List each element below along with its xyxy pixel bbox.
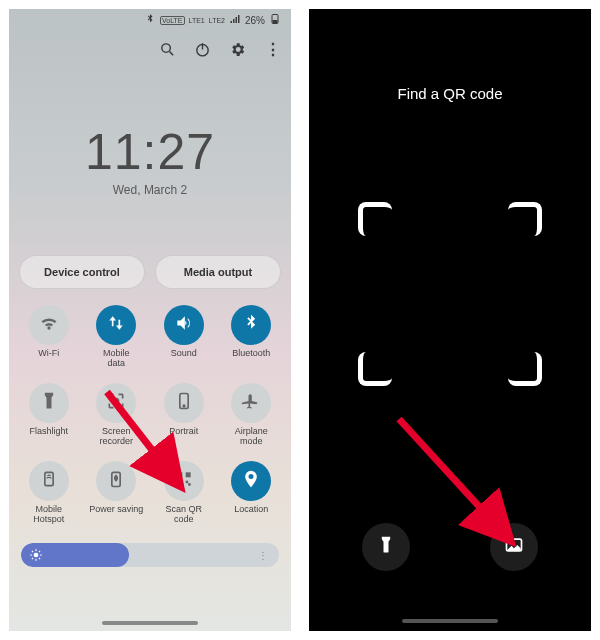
qr-corner-tr (508, 202, 542, 236)
portrait-icon (174, 391, 194, 415)
settings-gear-icon[interactable] (229, 41, 246, 58)
bluetooth-status-icon (144, 13, 156, 27)
sound-icon (174, 313, 194, 337)
tile-portrait[interactable]: Portrait (150, 383, 218, 447)
qr-corner-bl (358, 352, 392, 386)
svg-point-28 (509, 542, 512, 545)
device-control-chip[interactable]: Device control (19, 255, 145, 289)
tile-label: Airplane mode (235, 427, 268, 447)
tile-label: Wi-Fi (38, 349, 59, 369)
svg-point-8 (183, 405, 185, 407)
svg-rect-1 (273, 21, 277, 23)
clock-time: 11:27 (9, 123, 291, 181)
power-saving-icon (106, 469, 126, 493)
bluetooth-icon (241, 313, 261, 337)
tile-label: Bluetooth (232, 349, 270, 369)
svg-rect-9 (45, 472, 53, 485)
svg-rect-12 (185, 472, 190, 477)
clock-block: 11:27 Wed, March 2 (9, 123, 291, 197)
flashlight-icon (376, 535, 396, 559)
signal-icon (229, 13, 241, 27)
tile-location[interactable]: Location (218, 461, 286, 525)
tile-flashlight[interactable]: Flashlight (15, 383, 83, 447)
tile-wifi[interactable]: Wi-Fi (15, 305, 83, 369)
search-icon[interactable] (159, 41, 176, 58)
tile-label: Scan QR code (165, 505, 202, 525)
tile-label: Sound (171, 349, 197, 369)
tile-label: Mobile data (103, 349, 130, 369)
media-output-label: Media output (184, 266, 252, 278)
tile-label: Location (234, 505, 268, 525)
svg-point-2 (162, 43, 171, 52)
nav-gesture-pill[interactable] (102, 621, 198, 625)
svg-line-3 (170, 51, 174, 55)
hotspot-icon (39, 469, 59, 493)
quick-tile-grid: Wi-Fi Mobile data Sound Bluetooth (9, 305, 291, 525)
tile-label: Flashlight (29, 427, 68, 447)
qr-viewfinder (358, 202, 542, 386)
svg-point-6 (114, 399, 119, 404)
flashlight-icon (39, 391, 59, 415)
media-output-chip[interactable]: Media output (155, 255, 281, 289)
brightness-sun-icon (29, 548, 43, 562)
lte2-indicator: LTE2 (209, 17, 225, 24)
gallery-icon (504, 535, 524, 559)
tile-screen-recorder[interactable]: Screen recorder (83, 383, 151, 447)
tile-label: Mobile Hotspot (33, 505, 64, 525)
volte-indicator: VoLTE (160, 16, 185, 25)
lte1-indicator: LTE1 (189, 17, 205, 24)
svg-line-24 (32, 558, 33, 559)
qr-scanner-screen: Find a QR code (300, 0, 600, 640)
svg-line-21 (32, 551, 33, 552)
nav-gesture-pill[interactable] (402, 619, 498, 623)
mobile-data-icon (106, 313, 126, 337)
gallery-button[interactable] (490, 523, 538, 571)
location-icon (241, 469, 261, 493)
svg-point-16 (34, 553, 39, 558)
power-icon[interactable] (194, 41, 211, 58)
status-bar: VoLTE LTE1 LTE2 26% (9, 9, 291, 31)
clock-date: Wed, March 2 (9, 183, 291, 197)
brightness-expand-icon[interactable]: ⋮ (258, 550, 269, 561)
airplane-icon (241, 391, 261, 415)
flashlight-toggle-button[interactable] (362, 523, 410, 571)
quick-settings-panel: VoLTE LTE1 LTE2 26% ⋮ 11:27 (0, 0, 300, 640)
panel-action-bar: ⋮ (9, 31, 291, 67)
tile-bluetooth[interactable]: Bluetooth (218, 305, 286, 369)
tile-scan-qr[interactable]: Scan QR code (150, 461, 218, 525)
svg-rect-14 (185, 481, 188, 484)
qr-icon (174, 469, 194, 493)
battery-icon (269, 13, 281, 27)
brightness-slider[interactable]: ⋮ (21, 543, 279, 567)
tile-airplane[interactable]: Airplane mode (218, 383, 286, 447)
tile-label: Screen recorder (99, 427, 133, 447)
tile-mobile-data[interactable]: Mobile data (83, 305, 151, 369)
qr-corner-br (508, 352, 542, 386)
svg-rect-15 (188, 483, 191, 486)
wifi-icon (39, 313, 59, 337)
tile-label: Portrait (169, 427, 198, 447)
screen-recorder-icon (106, 391, 126, 415)
tile-sound[interactable]: Sound (150, 305, 218, 369)
tile-label: Power saving (89, 505, 143, 525)
battery-percent: 26% (245, 15, 265, 26)
qr-corner-tl (358, 202, 392, 236)
device-control-label: Device control (44, 266, 120, 278)
tile-power-saving[interactable]: Power saving (83, 461, 151, 525)
more-icon[interactable]: ⋮ (264, 41, 281, 58)
svg-line-30 (399, 419, 507, 537)
svg-line-22 (39, 558, 40, 559)
tile-hotspot[interactable]: Mobile Hotspot (15, 461, 83, 525)
svg-rect-13 (177, 481, 182, 486)
svg-line-23 (39, 551, 40, 552)
qr-title: Find a QR code (397, 85, 502, 102)
svg-rect-11 (177, 472, 182, 477)
